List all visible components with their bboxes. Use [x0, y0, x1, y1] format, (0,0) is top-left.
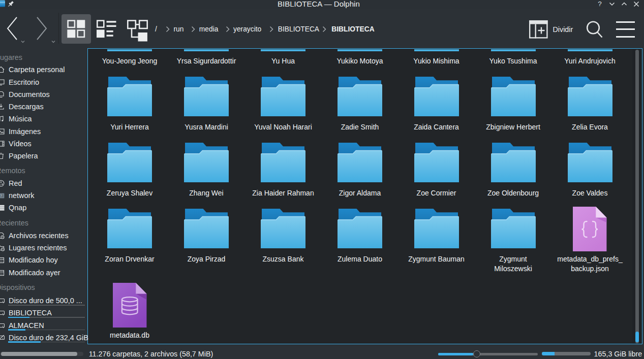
svg-text:?: ? [0, 194, 2, 198]
